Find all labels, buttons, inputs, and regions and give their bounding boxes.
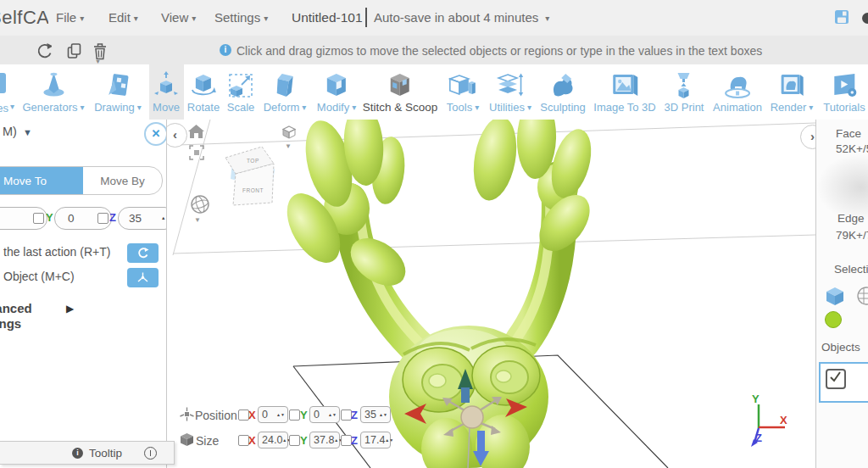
tooltip-bar[interactable]: i Tooltip xyxy=(0,441,175,465)
stepper-icon[interactable]: ▲▼ xyxy=(328,413,337,417)
fit-view-icon[interactable] xyxy=(189,145,204,160)
toolbar-item-tools[interactable]: Tools▾ xyxy=(447,64,479,114)
size-z-input[interactable]: 17.4▲▼ xyxy=(360,432,391,448)
toolbar-item-drawing[interactable]: Drawing▾ xyxy=(94,64,142,114)
toolbar-item-utilities[interactable]: Utilities▾ xyxy=(489,64,531,114)
toolbar-item-3d-print[interactable]: 3D Print xyxy=(665,64,704,114)
caret-down-icon: ▾ xyxy=(545,14,549,23)
caret-down-icon: ▾ xyxy=(809,103,813,112)
image-to-3d-icon xyxy=(609,71,640,100)
size-x-input[interactable]: 24.0▲▼ xyxy=(258,432,288,448)
modify-icon xyxy=(322,71,351,100)
view-cube-front-label[interactable]: FRONT xyxy=(242,187,264,193)
print-3d-icon xyxy=(670,71,698,100)
deform-icon xyxy=(270,71,299,100)
solid-selection-icon[interactable] xyxy=(825,286,845,306)
render-icon xyxy=(777,71,806,100)
stepper-icon[interactable]: ▲▼ xyxy=(276,413,285,417)
toolbar-item-3d-shapes[interactable]: 3D Shapes xyxy=(0,102,8,114)
toolbar-item-tutorials[interactable]: Tutorials xyxy=(823,64,865,114)
panel-title: M) xyxy=(3,125,17,138)
view-cube-top-label[interactable]: TOP xyxy=(247,158,259,164)
menu-view[interactable]: View▾ xyxy=(161,10,196,25)
move-z-input[interactable]: 35▲▼ xyxy=(118,207,167,230)
redo-icon[interactable] xyxy=(35,42,52,60)
toolbar-item-scale[interactable]: Scale xyxy=(226,64,255,114)
size-y-checkbox[interactable] xyxy=(289,435,300,446)
size-y-input[interactable]: 37.8▲▼ xyxy=(309,432,340,448)
close-panel-button[interactable]: ✕ xyxy=(144,122,167,146)
check-icon xyxy=(827,370,843,385)
info-icon: i xyxy=(220,44,231,56)
selfcad-app: SelfCAD File▾ Edit▾ View▾ Settings▾ Unti… xyxy=(0,0,868,468)
viewport-3d[interactable]: ‹ TOP FRONT ▼ ▼ xyxy=(166,120,815,468)
axis-y-label: Y xyxy=(752,393,760,405)
object-color-swatch[interactable] xyxy=(825,311,842,328)
position-x-input[interactable]: 0▲▼ xyxy=(258,406,288,423)
document-title[interactable]: Untitled-101 xyxy=(292,10,363,25)
toolbar-item-move[interactable]: Move xyxy=(152,64,181,114)
caret-down-icon: ▾ xyxy=(80,14,84,23)
shapes-icon[interactable] xyxy=(0,73,6,93)
toolbar-item-image-to-3d[interactable]: Image To 3D xyxy=(593,64,655,114)
y-axis-tag: Y xyxy=(300,409,308,421)
face-label: Face xyxy=(836,127,861,140)
save-icon[interactable] xyxy=(834,9,849,25)
repeat-action-label: the last action (R+T) xyxy=(3,245,110,259)
toolbar-item-deform[interactable]: Deform▾ xyxy=(264,64,307,114)
z-axis-tag: Z xyxy=(109,211,116,224)
center-object-button[interactable] xyxy=(127,268,159,287)
tooltip-toggle-icon[interactable] xyxy=(144,447,157,460)
caret-right-icon[interactable]: ▶ xyxy=(66,303,74,315)
view-cube[interactable] xyxy=(219,142,287,209)
stepper-icon[interactable]: ▲▼ xyxy=(379,413,387,417)
position-y-input[interactable]: 0▲▼ xyxy=(309,406,340,423)
copy-icon[interactable] xyxy=(64,42,81,60)
home-view-icon[interactable] xyxy=(188,125,204,139)
stepper-icon[interactable]: ▲▼ xyxy=(161,216,167,220)
info-icon: i xyxy=(72,448,83,459)
action-bar: ▼ i Click and drag gizmos to move the se… xyxy=(0,36,868,65)
stepper-icon[interactable]: ▲▼ xyxy=(385,438,393,443)
caret-down-icon: ▾ xyxy=(475,103,479,112)
sculpting-icon xyxy=(548,71,577,100)
position-y-checkbox[interactable] xyxy=(289,410,300,421)
caret-down-icon[interactable]: ▼ xyxy=(23,127,32,137)
tab-move-to[interactable]: Move To xyxy=(0,167,83,194)
move-y-checkbox[interactable] xyxy=(33,213,44,224)
autosave-status[interactable]: Auto-save in about 4 minutes▾ xyxy=(374,10,549,25)
toolbar-item-modify[interactable]: Modify▾ xyxy=(317,64,356,114)
toolbar-item-rotate[interactable]: Rotate xyxy=(187,64,220,114)
toolbar-item-animation[interactable]: Animation xyxy=(713,64,762,114)
toolbar-item-stitch-scoop[interactable]: Stitch & Scoop xyxy=(363,64,438,114)
menu-edit[interactable]: Edit▾ xyxy=(108,10,138,25)
toolbar-item-render[interactable]: Render▾ xyxy=(771,64,814,114)
repeat-action-button[interactable] xyxy=(127,243,159,263)
y-axis-tag: Y xyxy=(300,434,308,447)
edge-label: Edge xyxy=(837,212,865,225)
caret-down-icon[interactable]: ▼ xyxy=(194,216,201,224)
panel-shadow xyxy=(816,153,868,221)
move-z-checkbox[interactable] xyxy=(97,213,108,224)
tab-move-by[interactable]: Move By xyxy=(83,167,162,194)
axis-x-label: X xyxy=(780,414,787,426)
toolbar-item-sculpting[interactable]: Sculpting xyxy=(540,64,585,114)
position-z-input[interactable]: 35▲▼ xyxy=(360,406,391,423)
caret-down-icon: ▾ xyxy=(137,103,142,112)
object-visibility-checkbox[interactable] xyxy=(826,369,846,389)
scale-icon xyxy=(226,71,255,100)
position-icon xyxy=(180,407,194,421)
account-icon[interactable] xyxy=(862,13,868,24)
delete-icon[interactable] xyxy=(91,42,108,60)
orbit-icon[interactable] xyxy=(189,193,211,215)
app-logo[interactable]: SelfCAD xyxy=(0,7,48,29)
menu-settings[interactable]: Settings▾ xyxy=(214,10,268,25)
caret-down-icon[interactable]: ▼ xyxy=(285,142,292,150)
camera-cube-icon[interactable] xyxy=(282,125,296,139)
selection-label: Selection xyxy=(834,263,868,276)
toolbar-item-generators[interactable]: Generators▾ xyxy=(22,64,84,114)
caret-down-icon[interactable]: ▼ xyxy=(95,58,101,64)
object-list-item[interactable] xyxy=(819,362,868,403)
mesh-selection-icon[interactable] xyxy=(856,286,868,306)
menu-file[interactable]: File▾ xyxy=(56,10,84,25)
